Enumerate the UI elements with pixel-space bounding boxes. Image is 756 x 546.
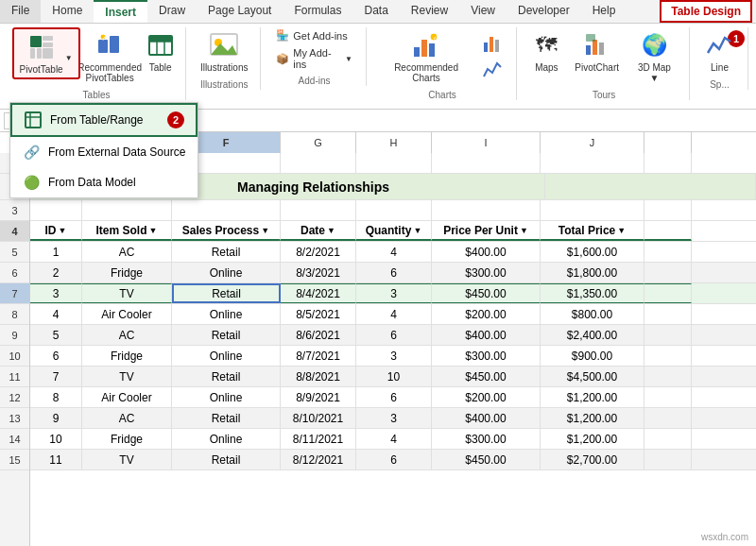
tab-draw[interactable]: Draw bbox=[147, 0, 197, 23]
cell-item-6[interactable]: Fridge bbox=[82, 346, 172, 366]
row-num-4[interactable]: 4 bbox=[0, 221, 29, 242]
tab-data[interactable]: Data bbox=[352, 0, 399, 23]
tab-formulas[interactable]: Formulas bbox=[283, 0, 352, 23]
cell-price-9[interactable]: $400.00 bbox=[432, 408, 541, 428]
row-num-12[interactable]: 12 bbox=[0, 387, 29, 408]
row-num-9[interactable]: 9 bbox=[0, 325, 29, 346]
tab-file[interactable]: File bbox=[0, 0, 41, 23]
cell-id-9[interactable]: 9 bbox=[30, 408, 82, 428]
cell-total-1[interactable]: $1,600.00 bbox=[541, 242, 644, 262]
cell-total-5[interactable]: $2,400.00 bbox=[541, 325, 644, 345]
header-id[interactable]: ID ▼ bbox=[30, 221, 82, 241]
cell-f3[interactable] bbox=[172, 200, 281, 220]
cell-item-8[interactable]: Air Cooler bbox=[82, 387, 172, 407]
cell-date-2[interactable]: 8/3/2021 bbox=[281, 263, 356, 282]
pivot-chart-button[interactable]: PivotChart bbox=[571, 27, 624, 76]
cell-total-3[interactable]: $1,350.00 bbox=[541, 283, 644, 303]
cell-price-3[interactable]: $450.00 bbox=[432, 283, 541, 303]
cell-h1[interactable] bbox=[356, 153, 432, 173]
cell-item-9[interactable]: AC bbox=[82, 408, 172, 428]
header-process[interactable]: Sales Process ▼ bbox=[172, 221, 281, 241]
cell-process-5[interactable]: Retail bbox=[172, 325, 281, 345]
row-num-10[interactable]: 10 bbox=[0, 346, 29, 367]
cell-total-6[interactable]: $900.00 bbox=[541, 346, 644, 366]
header-price-per-unit[interactable]: Price Per Unit ▼ bbox=[432, 221, 541, 241]
cell-total-7[interactable]: $4,500.00 bbox=[541, 367, 644, 386]
cell-price-6[interactable]: $300.00 bbox=[432, 346, 541, 366]
cell-process-1[interactable]: Retail bbox=[172, 242, 281, 262]
cell-qty-11[interactable]: 6 bbox=[356, 450, 432, 469]
cell-process-6[interactable]: Online bbox=[172, 346, 281, 366]
cell-item-3[interactable]: TV bbox=[82, 283, 172, 303]
cell-h3[interactable] bbox=[356, 200, 432, 220]
row-num-3[interactable]: 3 bbox=[0, 200, 29, 221]
cell-item-10[interactable]: Fridge bbox=[82, 429, 172, 449]
cell-id-7[interactable]: 7 bbox=[30, 367, 82, 386]
cell-price-11[interactable]: $450.00 bbox=[432, 450, 541, 469]
col-header-g[interactable]: G bbox=[281, 132, 356, 153]
cell-price-1[interactable]: $400.00 bbox=[432, 242, 541, 262]
cell-qty-4[interactable]: 4 bbox=[356, 304, 432, 324]
cell-date-11[interactable]: 8/12/2021 bbox=[281, 450, 356, 469]
cell-id-5[interactable]: 5 bbox=[30, 325, 82, 345]
cell-process-8[interactable]: Online bbox=[172, 387, 281, 407]
3d-map-button[interactable]: 🌍 3D Map ▼ bbox=[627, 27, 681, 86]
col-header-i[interactable]: I bbox=[432, 132, 541, 153]
cell-item-11[interactable]: TV bbox=[82, 450, 172, 469]
cell-total-4[interactable]: $800.00 bbox=[541, 304, 644, 324]
cell-date-9[interactable]: 8/10/2021 bbox=[281, 408, 356, 428]
cell-date-6[interactable]: 8/7/2021 bbox=[281, 346, 356, 366]
cell-j3[interactable] bbox=[541, 200, 644, 220]
recommended-pivottables-button[interactable]: ✓ Recommended PivotTables bbox=[84, 27, 136, 86]
cell-total-8[interactable]: $1,200.00 bbox=[541, 387, 644, 407]
cell-i3[interactable] bbox=[432, 200, 541, 220]
cell-id-10[interactable]: 10 bbox=[30, 429, 82, 449]
get-add-ins-button[interactable]: 🏪 Get Add-ins bbox=[270, 27, 358, 43]
cell-e3[interactable] bbox=[82, 200, 172, 220]
pivot-table-button[interactable]: PivotTable ▼ bbox=[12, 27, 80, 79]
row-num-13[interactable]: 13 bbox=[0, 408, 29, 429]
col-header-h[interactable]: H bbox=[356, 132, 432, 153]
tab-help[interactable]: Help bbox=[581, 0, 627, 23]
cell-process-9[interactable]: Retail bbox=[172, 408, 281, 428]
recommended-charts-button[interactable]: ✓ Recommended Charts bbox=[376, 27, 476, 86]
cell-j1[interactable] bbox=[541, 153, 644, 173]
dropdown-item-from-data-model[interactable]: 🟢 From Data Model bbox=[10, 167, 198, 197]
cell-g3[interactable] bbox=[281, 200, 356, 220]
cell-price-7[interactable]: $450.00 bbox=[432, 367, 541, 386]
cell-id-11[interactable]: 11 bbox=[30, 450, 82, 469]
cell-qty-5[interactable]: 6 bbox=[356, 325, 432, 345]
header-total-price[interactable]: Total Price ▼ bbox=[541, 221, 644, 241]
cell-process-11[interactable]: Retail bbox=[172, 450, 281, 469]
illustrations-button[interactable]: Illustrations bbox=[195, 27, 254, 76]
cell-id-4[interactable]: 4 bbox=[30, 304, 82, 324]
cell-price-2[interactable]: $300.00 bbox=[432, 263, 541, 282]
row-num-8[interactable]: 8 bbox=[0, 304, 29, 325]
cell-total-11[interactable]: $2,700.00 bbox=[541, 450, 644, 469]
cell-process-3[interactable]: Retail bbox=[172, 283, 281, 303]
cell-date-5[interactable]: 8/6/2021 bbox=[281, 325, 356, 345]
cell-id-1[interactable]: 1 bbox=[30, 242, 82, 262]
cell-date-3[interactable]: 8/4/2021 bbox=[281, 283, 356, 303]
tab-insert[interactable]: Insert bbox=[94, 0, 147, 23]
cell-total-9[interactable]: $1,200.00 bbox=[541, 408, 644, 428]
cell-id-6[interactable]: 6 bbox=[30, 346, 82, 366]
maps-button[interactable]: 🗺 Maps bbox=[526, 27, 566, 76]
cell-item-5[interactable]: AC bbox=[82, 325, 172, 345]
cell-date-8[interactable]: 8/9/2021 bbox=[281, 387, 356, 407]
tab-table-design[interactable]: Table Design 1 bbox=[660, 0, 752, 23]
row-num-6[interactable]: 6 bbox=[0, 263, 29, 283]
row-num-11[interactable]: 11 bbox=[0, 367, 29, 387]
tab-page-layout[interactable]: Page Layout bbox=[197, 0, 283, 23]
header-date[interactable]: Date ▼ bbox=[281, 221, 356, 241]
cell-qty-10[interactable]: 4 bbox=[356, 429, 432, 449]
cell-price-5[interactable]: $400.00 bbox=[432, 325, 541, 345]
cell-process-4[interactable]: Online bbox=[172, 304, 281, 324]
cell-qty-7[interactable]: 10 bbox=[356, 367, 432, 386]
cell-price-4[interactable]: $200.00 bbox=[432, 304, 541, 324]
cell-i1[interactable] bbox=[432, 153, 541, 173]
cell-qty-6[interactable]: 3 bbox=[356, 346, 432, 366]
cell-qty-1[interactable]: 4 bbox=[356, 242, 432, 262]
cell-qty-8[interactable]: 6 bbox=[356, 387, 432, 407]
cell-date-7[interactable]: 8/8/2021 bbox=[281, 367, 356, 386]
